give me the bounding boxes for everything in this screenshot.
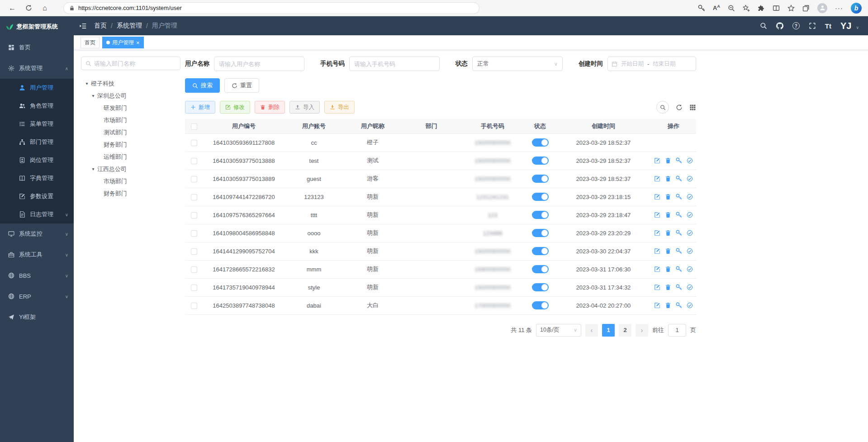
sidebar-item-dept-mgmt[interactable]: 部门管理 — [0, 133, 74, 151]
sidebar-item-dict-mgmt[interactable]: 字典管理 — [0, 169, 74, 187]
delete-row-icon[interactable] — [665, 284, 671, 290]
goto-page-input[interactable] — [668, 324, 686, 337]
sidebar-item-user-mgmt[interactable]: 用户管理 — [0, 79, 74, 97]
delete-row-icon[interactable] — [665, 176, 671, 182]
row-checkbox[interactable] — [191, 230, 197, 237]
status-toggle[interactable] — [532, 229, 549, 237]
password-key-icon[interactable] — [698, 5, 705, 12]
extensions-icon[interactable] — [758, 5, 765, 12]
edit-row-icon[interactable] — [654, 212, 660, 218]
page-button-1[interactable]: 1 — [602, 324, 615, 337]
import-button[interactable]: 导入 — [289, 101, 320, 114]
status-toggle[interactable] — [532, 138, 549, 147]
help-icon[interactable]: ? — [792, 22, 800, 29]
tree-node[interactable]: 财务部门 — [81, 187, 180, 200]
sidebar-item-role-mgmt[interactable]: 角色管理 — [0, 97, 74, 115]
assign-role-icon[interactable] — [687, 194, 693, 200]
assign-role-icon[interactable] — [687, 248, 693, 254]
row-checkbox[interactable] — [191, 194, 197, 200]
reset-password-icon[interactable] — [676, 284, 682, 290]
next-page-button[interactable]: › — [636, 324, 648, 337]
row-checkbox[interactable] — [191, 176, 197, 182]
sidebar-fold-icon[interactable] — [79, 22, 87, 30]
tree-node[interactable]: 研发部门 — [81, 102, 180, 114]
add-favorites-icon[interactable] — [743, 5, 750, 12]
edit-button[interactable]: 修改 — [220, 101, 250, 114]
github-icon[interactable] — [776, 22, 783, 29]
date-end-input[interactable] — [651, 61, 677, 67]
split-screen-icon[interactable] — [773, 5, 780, 12]
status-toggle[interactable] — [532, 247, 549, 255]
prev-page-button[interactable]: ‹ — [585, 324, 598, 337]
assign-role-icon[interactable] — [687, 176, 693, 182]
columns-grid-icon[interactable] — [689, 104, 696, 111]
row-checkbox[interactable] — [191, 285, 197, 291]
edit-row-icon[interactable] — [654, 266, 660, 272]
tag-user-mgmt[interactable]: 用户管理 × — [102, 37, 144, 48]
select-all-checkbox[interactable] — [191, 124, 197, 130]
tree-node[interactable]: 运维部门 — [81, 151, 180, 163]
reset-password-icon[interactable] — [676, 302, 682, 309]
caret-down-icon[interactable]: ▾ — [89, 166, 97, 171]
reset-password-icon[interactable] — [676, 157, 682, 164]
profile-avatar[interactable] — [817, 3, 827, 13]
reset-password-icon[interactable] — [676, 266, 682, 272]
sidebar-item-param-settings[interactable]: 参数设置 — [0, 187, 74, 205]
assign-role-icon[interactable] — [687, 302, 693, 309]
sidebar-item-system-mgmt[interactable]: 系统管理 ∧ — [0, 58, 74, 79]
tree-node[interactable]: ▾深圳总公司 — [81, 90, 180, 102]
status-toggle[interactable] — [532, 175, 549, 183]
delete-row-icon[interactable] — [665, 266, 671, 272]
sidebar-item-post-mgmt[interactable]: 岗位管理 — [0, 151, 74, 169]
row-checkbox[interactable] — [191, 212, 197, 219]
delete-row-icon[interactable] — [665, 194, 671, 200]
phone-input[interactable] — [349, 57, 440, 71]
tree-node[interactable]: 财务部门 — [81, 138, 180, 151]
sidebar-item-system-monitor[interactable]: 系统监控 ∨ — [0, 223, 74, 244]
date-start-input[interactable] — [620, 61, 645, 67]
browser-back-button[interactable]: ← — [6, 2, 18, 14]
edit-row-icon[interactable] — [654, 230, 660, 236]
date-range-picker[interactable]: - — [607, 57, 696, 71]
row-checkbox[interactable] — [191, 248, 197, 255]
reset-button[interactable]: 重置 — [224, 78, 259, 93]
reset-password-icon[interactable] — [676, 194, 682, 200]
delete-button[interactable]: 删除 — [255, 101, 285, 114]
page-button-2[interactable]: 2 — [619, 324, 631, 337]
username-input[interactable] — [214, 57, 304, 71]
reset-password-icon[interactable] — [676, 230, 682, 236]
row-checkbox[interactable] — [191, 266, 197, 273]
sidebar-item-yi-framework[interactable]: Yi框架 — [0, 307, 74, 328]
delete-row-icon[interactable] — [665, 157, 671, 164]
status-toggle[interactable] — [532, 283, 549, 291]
row-checkbox[interactable] — [191, 140, 197, 146]
read-aloud-icon[interactable]: AA — [713, 4, 720, 11]
row-checkbox[interactable] — [191, 303, 197, 309]
bing-icon[interactable]: b — [851, 3, 862, 14]
zoom-out-icon[interactable] — [728, 5, 735, 12]
sidebar-item-home[interactable]: 首页 — [0, 37, 74, 58]
status-toggle[interactable] — [532, 193, 549, 201]
edit-row-icon[interactable] — [654, 194, 660, 200]
breadcrumb-home[interactable]: 首页 — [94, 22, 107, 30]
collections-icon[interactable] — [802, 5, 810, 12]
edit-row-icon[interactable] — [654, 157, 660, 164]
font-size-icon[interactable]: Tt — [825, 22, 831, 30]
row-checkbox[interactable] — [191, 158, 197, 164]
status-toggle[interactable] — [532, 211, 549, 219]
delete-row-icon[interactable] — [665, 212, 671, 218]
sidebar-item-log-mgmt[interactable]: 日志管理 ∨ — [0, 205, 74, 223]
tree-node[interactable]: ▾江西总公司 — [81, 163, 180, 175]
tree-node[interactable]: ▾橙子科技 — [81, 77, 180, 90]
search-button[interactable]: 搜索 — [185, 78, 220, 93]
add-button[interactable]: 新增 — [185, 101, 215, 114]
assign-role-icon[interactable] — [687, 157, 693, 164]
sidebar-item-bbs[interactable]: BBS ∨ — [0, 265, 74, 286]
edit-row-icon[interactable] — [654, 302, 660, 309]
user-logo[interactable]: YJ — [840, 21, 851, 31]
edit-row-icon[interactable] — [654, 284, 660, 290]
search-icon[interactable] — [760, 22, 767, 29]
caret-down-icon[interactable]: ▾ — [83, 81, 91, 86]
sidebar-item-menu-mgmt[interactable]: 菜单管理 — [0, 115, 74, 133]
address-bar[interactable]: https://ccnetcore.com:1101/system/user — [63, 2, 479, 14]
